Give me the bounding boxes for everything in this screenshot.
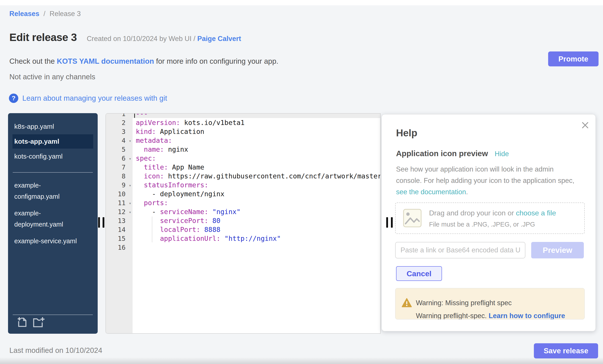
editor-line[interactable]: 9▾ statusInformers: (106, 181, 380, 189)
line-number: 2 (106, 118, 132, 127)
kots-yaml-docs-link[interactable]: KOTS YAML documentation (57, 57, 154, 65)
breadcrumb-releases-link[interactable]: Releases (9, 10, 39, 18)
resize-bar-icon[interactable] (391, 217, 393, 228)
fold-arrow-icon[interactable]: ▾ (129, 208, 131, 217)
editor-line[interactable]: 5 name: nginx (106, 145, 380, 154)
icon-dropzone[interactable]: Drag and drop your icon or choose a file… (395, 202, 585, 234)
file-tree-footer-divider (13, 315, 93, 315)
channel-status-text: Not active in any channels (9, 73, 95, 81)
code-text: - serviceName: "nginx" (132, 207, 241, 216)
code-text: localPort: 8888 (132, 225, 220, 234)
cancel-button[interactable]: Cancel (396, 266, 442, 281)
add-folder-icon[interactable] (33, 317, 45, 329)
fold-arrow-icon[interactable]: ▾ (129, 199, 131, 208)
icon-preview-section-title: Application icon previewHide (396, 149, 509, 158)
editor-line[interactable]: 8 icon: https://raw.githubusercontent.co… (106, 172, 380, 181)
line-number: 11▾ (106, 199, 132, 207)
help-panel-resize-handle[interactable] (386, 217, 393, 228)
code-text: applicationUrl: "http://nginx" (132, 234, 281, 243)
description-text: See how your application icon will look … (396, 165, 574, 185)
file-tree-item-example-service.yaml[interactable]: example-service.yaml (8, 235, 83, 247)
sidebar-resize-handle[interactable] (98, 217, 104, 228)
editor-line[interactable]: 1--- (106, 113, 380, 118)
help-panel: Help Application icon previewHide See ho… (382, 114, 596, 331)
resize-bar-icon[interactable] (98, 217, 100, 228)
code-text: title: App Name (132, 163, 204, 172)
docs-hint-line: Check out the KOTS YAML documentation fo… (9, 57, 278, 66)
editor-line[interactable]: 2apiVersion: kots.io/v1beta1 (106, 118, 380, 127)
line-number: 1 (106, 113, 132, 118)
editor-line[interactable]: 12▾ - serviceName: "nginx" (106, 207, 380, 216)
description-period: . (466, 188, 468, 196)
docs-hint-before: Check out the (9, 57, 57, 65)
editor-line[interactable]: 13 servicePort: 80 (106, 216, 380, 225)
line-number: 13 (106, 216, 132, 225)
fold-arrow-icon[interactable]: ▾ (129, 154, 131, 163)
file-tree-item-example-deployment.yaml[interactable]: example-deployment.yaml (8, 208, 83, 230)
bottom-edge-shade (0, 357, 603, 364)
code-text (132, 243, 136, 252)
resize-bar-icon[interactable] (103, 217, 104, 228)
indent-guide (152, 217, 152, 242)
choose-file-link[interactable]: choose a file (516, 209, 556, 217)
learn-configure-link[interactable]: Learn how to configure (489, 312, 565, 320)
add-file-icon[interactable] (17, 317, 28, 329)
editor-line[interactable]: 4▾metadata: (106, 136, 380, 145)
editor-line[interactable]: 14 localPort: 8888 (106, 225, 380, 234)
save-release-button[interactable]: Save release (534, 343, 598, 358)
breadcrumb: Releases / Release 3 (9, 10, 81, 18)
file-tree-bottom: example-configmap.yamlexample-deployment… (8, 180, 98, 247)
editor-line[interactable]: 10 - deployment/nginx (106, 189, 380, 199)
fold-arrow-icon[interactable]: ▾ (129, 181, 131, 190)
editor-line[interactable]: 15 applicationUrl: "http://nginx" (106, 234, 380, 243)
code-text: ports: (132, 199, 168, 207)
icon-preview-description: See how your application icon will look … (396, 164, 577, 198)
file-tree-top: k8s-app.yamlkots-app.yamlkots-config.yam… (8, 119, 98, 164)
kots-release-editor-page: Releases / Release 3 Edit release 3 Crea… (0, 0, 603, 364)
line-number: 8 (106, 172, 132, 181)
resize-bar-icon[interactable] (386, 217, 388, 228)
docs-hint-after: for more info on configuring your app. (154, 57, 278, 65)
breadcrumb-separator: / (44, 10, 46, 18)
editor-line[interactable]: 16 (106, 243, 380, 252)
code-text: icon: https://raw.githubusercontent.com/… (132, 172, 381, 181)
line-number: 10 (106, 189, 132, 199)
hide-link[interactable]: Hide (495, 150, 509, 158)
warning-triangle-icon (402, 298, 412, 308)
git-releases-link-label: Learn about managing your releases with … (22, 94, 167, 102)
editor-line[interactable]: 3kind: Application (106, 127, 380, 136)
editor-line[interactable]: 7 title: App Name (106, 163, 380, 172)
preview-button[interactable]: Preview (531, 242, 584, 258)
icon-url-input[interactable] (395, 242, 525, 258)
code-text: statusInformers: (132, 181, 208, 189)
breadcrumb-current: Release 3 (49, 10, 81, 18)
author-link[interactable]: Paige Calvert (197, 35, 241, 43)
warning-detail-text: Warning preflight-spec. (416, 312, 489, 320)
dropzone-text-plain: Drag and drop your icon or (429, 209, 516, 217)
created-meta: Created on 10/10/2024 by Web UI / Paige … (87, 35, 241, 43)
yaml-editor[interactable]: 1---2apiVersion: kots.io/v1beta13kind: A… (105, 113, 381, 334)
editor-line[interactable]: 6▾spec: (106, 154, 380, 163)
file-tree-actions (17, 317, 45, 329)
code-text: - deployment/nginx (132, 189, 224, 199)
see-documentation-link[interactable]: see the documentation (396, 188, 466, 196)
warning-detail: Warning preflight-spec. Learn how to con… (416, 312, 565, 320)
created-text: Created on 10/10/2024 by Web UI / (87, 35, 195, 43)
warning-title: Warning: Missing preflight spec (416, 299, 512, 307)
promote-button[interactable]: Promote (548, 52, 599, 66)
page-title: Edit release 3 (9, 31, 77, 43)
file-tree-item-k8s-app.yaml[interactable]: k8s-app.yaml (8, 119, 98, 134)
code-text: kind: Application (132, 127, 204, 136)
icon-preview-title-text: Application icon preview (396, 149, 488, 158)
file-tree-divider (13, 172, 93, 173)
file-tree-item-kots-config.yaml[interactable]: kots-config.yaml (8, 149, 98, 164)
file-tree-item-example-configmap.yaml[interactable]: example-configmap.yaml (8, 180, 83, 202)
file-tree-item-kots-app.yaml[interactable]: kots-app.yaml (12, 134, 93, 149)
window-top-strip (0, 0, 603, 5)
git-releases-link[interactable]: ? Learn about managing your releases wit… (9, 94, 167, 103)
warning-banner: Warning: Missing preflight spec Warning … (395, 288, 585, 320)
fold-arrow-icon[interactable]: ▾ (129, 136, 131, 145)
close-icon[interactable] (581, 121, 589, 129)
editor-line[interactable]: 11▾ ports: (106, 199, 380, 207)
line-number: 7 (106, 163, 132, 172)
